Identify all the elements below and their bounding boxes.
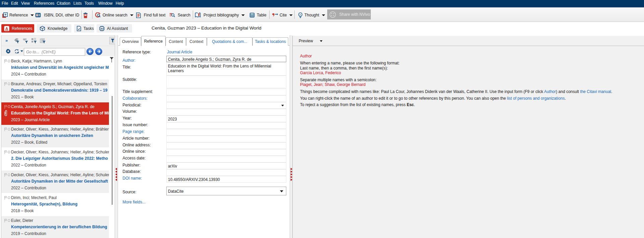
svg-text:AI: AI [101, 27, 103, 30]
